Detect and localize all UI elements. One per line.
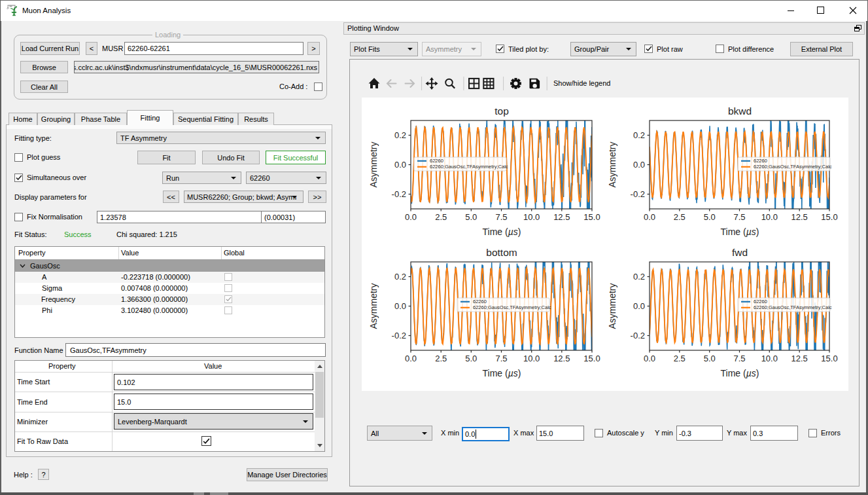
svg-text:Time (µs): Time (µs): [483, 368, 521, 378]
svg-text:0.0: 0.0: [394, 301, 406, 311]
svg-text:15.0: 15.0: [583, 354, 600, 363]
svg-text:62260;GausOsc,TFAsymmetry;Calc: 62260;GausOsc,TFAsymmetry;Calc: [430, 164, 508, 170]
svg-text:-0.2: -0.2: [631, 189, 645, 199]
svg-text:62260: 62260: [473, 299, 487, 304]
svg-text:0.2: 0.2: [633, 272, 645, 282]
svg-text:Time (µs): Time (µs): [721, 368, 759, 378]
svg-text:2.5: 2.5: [674, 354, 686, 363]
svg-text:7.5: 7.5: [733, 354, 745, 363]
svg-text:0.0: 0.0: [633, 160, 645, 170]
svg-text:7.5: 7.5: [495, 354, 507, 363]
svg-text:-0.2: -0.2: [392, 331, 406, 340]
svg-text:7.5: 7.5: [733, 212, 745, 222]
svg-text:10.0: 10.0: [523, 354, 540, 363]
svg-text:-0.2: -0.2: [392, 189, 406, 199]
svg-text:0.0: 0.0: [644, 212, 655, 222]
svg-text:0.0: 0.0: [405, 354, 417, 363]
svg-text:bottom: bottom: [486, 247, 517, 258]
svg-text:2.5: 2.5: [435, 212, 447, 222]
svg-text:5.0: 5.0: [704, 212, 716, 222]
svg-text:0.2: 0.2: [394, 272, 406, 282]
svg-text:-0.2: -0.2: [631, 331, 645, 340]
svg-text:5.0: 5.0: [704, 354, 716, 363]
svg-text:62260;GausOsc,TFAsymmetry;Calc: 62260;GausOsc,TFAsymmetry;Calc: [473, 304, 551, 310]
svg-text:0.0: 0.0: [633, 301, 645, 311]
svg-text:Asymmetry: Asymmetry: [368, 284, 379, 329]
svg-text:0.0: 0.0: [394, 160, 406, 170]
svg-text:top: top: [495, 105, 509, 117]
svg-text:Asymmetry: Asymmetry: [607, 142, 617, 188]
svg-text:15.0: 15.0: [821, 212, 837, 222]
svg-text:12.5: 12.5: [791, 354, 808, 363]
svg-text:62260: 62260: [430, 158, 443, 164]
svg-text:5.0: 5.0: [465, 212, 477, 222]
svg-text:bkwd: bkwd: [728, 105, 752, 117]
svg-text:0.0: 0.0: [405, 212, 417, 222]
svg-text:12.5: 12.5: [553, 212, 570, 222]
svg-text:12.5: 12.5: [791, 212, 808, 222]
svg-text:Time (µs): Time (µs): [721, 227, 759, 237]
svg-text:62260: 62260: [754, 158, 767, 164]
svg-text:Asymmetry: Asymmetry: [368, 142, 379, 188]
svg-text:10.0: 10.0: [523, 212, 540, 222]
svg-text:2.5: 2.5: [674, 212, 686, 222]
svg-text:12.5: 12.5: [553, 354, 570, 363]
svg-text:7.5: 7.5: [495, 212, 507, 222]
svg-text:62260;GausOsc,TFAsymmetry;Calc: 62260;GausOsc,TFAsymmetry;Calc: [754, 304, 832, 310]
svg-text:15.0: 15.0: [821, 354, 837, 363]
svg-text:Time (µs): Time (µs): [483, 227, 521, 237]
svg-text:2.5: 2.5: [435, 354, 447, 363]
svg-text:Asymmetry: Asymmetry: [607, 284, 617, 329]
svg-text:5.0: 5.0: [465, 354, 477, 363]
svg-text:15.0: 15.0: [583, 212, 600, 222]
svg-text:0.0: 0.0: [644, 354, 655, 363]
svg-text:62260: 62260: [754, 299, 767, 304]
svg-text:10.0: 10.0: [761, 354, 778, 363]
svg-text:0.2: 0.2: [394, 130, 406, 140]
svg-text:10.0: 10.0: [761, 212, 778, 222]
svg-text:62260;GausOsc,TFAsymmetry;Calc: 62260;GausOsc,TFAsymmetry;Calc: [754, 164, 832, 170]
svg-text:0.2: 0.2: [633, 130, 645, 140]
svg-text:fwd: fwd: [732, 247, 748, 258]
